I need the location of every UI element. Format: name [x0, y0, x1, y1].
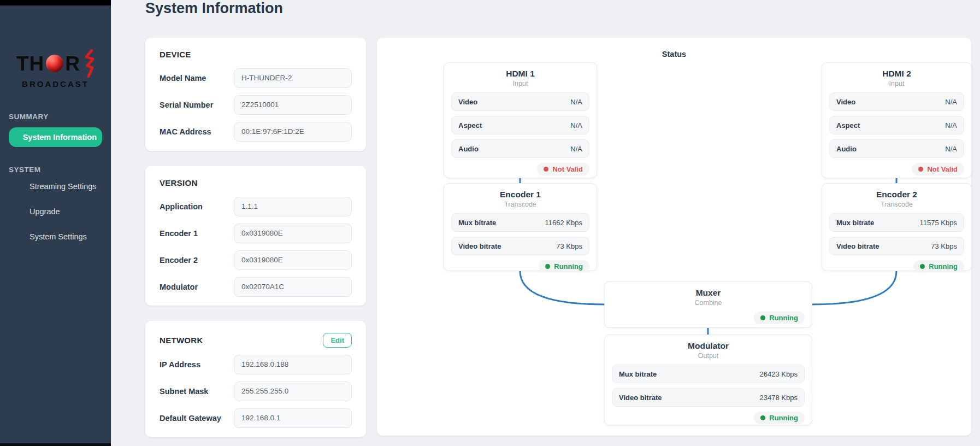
sidebar-bottom-strip: [0, 443, 111, 446]
hdmi1-audio-label: Audio: [458, 145, 479, 153]
nav-section-system: SYSTEM: [0, 166, 111, 174]
default-gateway-field[interactable]: 192.168.0.1: [234, 408, 352, 428]
logo-text-post: R: [65, 54, 80, 74]
status-dot-icon: [545, 264, 550, 269]
modulator-video-bitrate-label: Video bitrate: [619, 394, 662, 402]
status-panel: Status HDMI 1 Input VideoN/A AspectN/A A…: [377, 38, 971, 436]
hdmi2-status-badge: Not Valid: [912, 163, 964, 175]
hdmi2-video-value: N/A: [945, 98, 957, 106]
application-version-label: Application: [160, 202, 234, 211]
encoder2-video-bitrate-value: 73 Kbps: [931, 242, 957, 250]
hdmi1-aspect-label: Aspect: [458, 121, 482, 130]
status-dot-icon: [760, 415, 765, 420]
encoder2-status-text: Running: [929, 262, 958, 271]
mac-address-label: MAC Address: [160, 127, 234, 136]
hdmi1-video-label: Video: [458, 98, 477, 106]
hdmi1-title: HDMI 1: [451, 69, 589, 79]
encoder2-title: Encoder 2: [829, 190, 964, 199]
encoder1-node: Encoder 1 Transcode Mux bitrate11662 Kbp…: [444, 183, 597, 271]
status-dot-icon: [918, 167, 923, 172]
muxer-title: Muxer: [612, 288, 805, 298]
version-card: VERSION Application 1.1.1 Encoder 1 0x03…: [145, 166, 366, 306]
encoder1-subtitle: Transcode: [451, 201, 589, 208]
encoder2-version-field[interactable]: 0x0319080E: [234, 250, 352, 270]
logo-text-pre: TH: [16, 54, 44, 74]
ip-address-label: IP Address: [160, 360, 234, 369]
modulator-version-field[interactable]: 0x02070A1C: [234, 277, 352, 297]
sidebar-item-upgrade[interactable]: Upgrade: [0, 199, 111, 224]
hdmi2-audio-value: N/A: [945, 145, 957, 153]
modulator-title: Modulator: [612, 341, 805, 351]
encoder1-status-text: Running: [554, 262, 583, 271]
hdmi2-status-text: Not Valid: [927, 165, 958, 173]
network-card-title: NETWORK: [160, 336, 203, 345]
nav-section-summary: SUMMARY: [0, 113, 111, 121]
model-name-field[interactable]: H-THUNDER-2: [234, 68, 352, 88]
modulator-subtitle: Output: [612, 352, 805, 360]
muxer-node: Muxer Combine Running: [604, 281, 812, 328]
hdmi1-video-value: N/A: [570, 98, 582, 106]
hdmi2-aspect-label: Aspect: [836, 121, 860, 130]
version-card-title: VERSION: [160, 178, 352, 187]
encoder2-mux-bitrate-value: 11575 Kbps: [920, 219, 957, 227]
encoder1-video-bitrate-label: Video bitrate: [458, 242, 501, 250]
status-panel-title: Status: [377, 50, 971, 58]
encoder2-subtitle: Transcode: [829, 201, 964, 208]
encoder2-mux-bitrate-label: Mux bitrate: [836, 219, 874, 227]
modulator-mux-bitrate-value: 26423 Kbps: [760, 370, 798, 378]
serial-number-field[interactable]: 2Z2510001: [234, 95, 352, 115]
encoder1-status-badge: Running: [539, 260, 589, 273]
encoder2-status-badge: Running: [913, 260, 964, 273]
encoder1-video-bitrate-value: 73 Kbps: [556, 242, 582, 250]
hdmi1-status-badge: Not Valid: [537, 163, 589, 175]
encoder1-mux-bitrate-value: 11662 Kbps: [545, 219, 582, 227]
muxer-subtitle: Combine: [612, 299, 805, 307]
encoder1-mux-bitrate-label: Mux bitrate: [458, 219, 496, 227]
sidebar-item-system-information[interactable]: System Information: [9, 127, 102, 147]
device-card: DEVICE Model Name H-THUNDER-2 Serial Num…: [145, 38, 366, 151]
page-title: System Information: [145, 0, 283, 17]
thor-broadcast-logo: TH R BROADCAST: [0, 49, 111, 89]
sidebar-item-system-settings[interactable]: System Settings: [0, 224, 111, 249]
application-version-field[interactable]: 1.1.1: [234, 197, 352, 216]
globe-icon: [46, 55, 63, 72]
hdmi2-audio-label: Audio: [836, 145, 857, 153]
sidebar: TH R BROADCAST SUMMARY System Informatio…: [0, 0, 111, 446]
logo-subtext: BROADCAST: [0, 79, 111, 89]
muxer-status-text: Running: [769, 314, 798, 322]
encoder1-version-label: Encoder 1: [160, 229, 234, 238]
encoder1-title: Encoder 1: [451, 190, 589, 199]
ip-address-field[interactable]: 192.168.0.188: [234, 355, 352, 374]
status-dot-icon: [544, 167, 548, 172]
sidebar-top-strip: [0, 0, 111, 5]
hdmi1-status-text: Not Valid: [552, 165, 583, 173]
modulator-status-text: Running: [769, 414, 798, 422]
serial-number-label: Serial Number: [160, 101, 234, 109]
hdmi2-subtitle: Input: [829, 80, 964, 87]
network-card: NETWORK Edit IP Address 192.168.0.188 Su…: [145, 321, 366, 437]
subnet-mask-label: Subnet Mask: [160, 387, 234, 396]
hdmi1-subtitle: Input: [451, 80, 589, 87]
hdmi1-aspect-value: N/A: [570, 121, 582, 130]
muxer-status-badge: Running: [754, 312, 805, 324]
encoder2-node: Encoder 2 Transcode Mux bitrate11575 Kbp…: [822, 183, 972, 271]
mac-address-field[interactable]: 00:1E:97:6F:1D:2E: [234, 122, 352, 142]
hdmi2-node: HDMI 2 Input VideoN/A AspectN/A AudioN/A…: [822, 62, 972, 178]
device-card-title: DEVICE: [160, 50, 352, 59]
modulator-node: Modulator Output Mux bitrate26423 Kbps V…: [604, 334, 812, 425]
default-gateway-label: Default Gateway: [160, 414, 234, 422]
network-edit-button[interactable]: Edit: [323, 333, 352, 348]
sidebar-item-streaming-settings[interactable]: Streaming Settings: [0, 174, 111, 199]
encoder2-version-label: Encoder 2: [160, 256, 234, 265]
encoder2-video-bitrate-label: Video bitrate: [836, 242, 879, 250]
hdmi2-aspect-value: N/A: [945, 121, 957, 130]
subnet-mask-field[interactable]: 255.255.255.0: [234, 382, 352, 401]
encoder1-version-field[interactable]: 0x0319080E: [234, 224, 352, 243]
model-name-label: Model Name: [160, 74, 234, 83]
lightning-bolt-icon: [85, 49, 95, 78]
hdmi1-audio-value: N/A: [570, 145, 582, 153]
modulator-status-badge: Running: [754, 412, 805, 424]
hdmi2-title: HDMI 2: [829, 69, 964, 79]
modulator-video-bitrate-value: 23478 Kbps: [760, 394, 798, 402]
modulator-mux-bitrate-label: Mux bitrate: [619, 370, 657, 378]
